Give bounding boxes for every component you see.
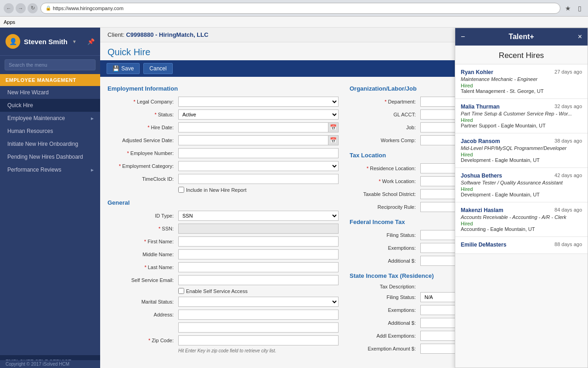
extensions-button[interactable]: ▯ [575,4,584,13]
hire-list-item[interactable]: Joshua Bethers 42 days ago Software Test… [455,168,588,202]
adjusted-service-date-label: Adjusted Service Date: [107,138,176,143]
sidebar-item-employee-maintenance[interactable]: Employee Maintenance ► [0,112,100,125]
hire-name: Emilie DeMasters [461,242,506,248]
middle-name-label: Middle Name: [107,252,176,257]
status-label: Status: [107,112,176,117]
hire-location: Development - Eagle Mountain, UT [461,157,582,163]
sidebar-search-input[interactable] [5,59,96,70]
address-bar[interactable]: 🔒 https://www.hiringcompany.com [40,3,560,14]
marital-status-select[interactable] [178,297,339,307]
content-area: Client: C9998880 - HiringMatch, LLC Quic… [100,28,588,368]
sidebar-item-quick-hire[interactable]: Quick Hire [0,99,100,112]
last-name-input[interactable] [178,262,339,272]
reload-button[interactable]: ↻ [28,3,38,13]
workers-comp-label: Workers Comp: [350,138,418,143]
include-new-hire-label: Include in New Hire Report [186,187,246,193]
calendar-icon-2[interactable]: 📅 [328,135,339,145]
bookmark-button[interactable]: ★ [563,4,572,13]
adjusted-date-input[interactable] [178,135,328,145]
hire-list-item[interactable]: Makenzi Haslam 84 days ago Accounts Rece… [455,202,588,237]
hire-days: 27 days ago [554,69,582,75]
forward-button[interactable]: → [16,3,26,13]
save-icon: 💾 [113,65,119,72]
gl-acct-label: GL ACCT: [350,112,418,117]
save-label: Save [121,65,134,72]
talent-close-button[interactable]: × [578,33,582,41]
ssn-input[interactable] [178,224,339,234]
enable-self-service-checkbox[interactable] [178,288,184,294]
hire-name: Jacob Ransom [461,138,500,144]
sidebar-item-label: Human Resources [7,128,53,134]
hire-location: Accounting - Eagle Mountain, UT [461,226,582,232]
browser-chrome: ← → ↻ 🔒 https://www.hiringcompany.com ★ … [0,0,588,17]
sidebar-user[interactable]: 👤 Steven Smith ▼ 📌 [0,28,100,56]
first-name-input[interactable] [178,236,339,247]
enable-self-service-label: Enable Self Service Access [186,288,248,294]
middle-name-group: Middle Name: [107,249,339,259]
hire-date-input[interactable]: 10/9/2017 [178,122,328,132]
self-service-email-input[interactable] [178,275,339,285]
marital-status-label: Marital Status: [107,299,176,305]
hire-list-item[interactable]: Emilie DeMasters 88 days ago [455,237,588,254]
hire-days: 88 days ago [554,242,582,247]
state-exemptions-input[interactable] [420,305,457,315]
employee-number-group: Employee Number: [107,148,339,158]
federal-exemptions-label: Exemptions: [350,245,418,251]
ssn-label: SSN: [107,226,176,231]
hire-list-item[interactable]: Jacob Ransom 38 days ago Mid-Level PHP/M… [455,133,588,168]
hire-date-calendar: 10/9/2017 📅 [178,122,339,132]
employee-number-input[interactable] [178,148,339,158]
form-left-column: Employment Information Legal Company: St… [107,83,339,360]
hire-days: 32 days ago [554,104,582,109]
user-avatar: 👤 [6,34,20,49]
enable-self-service-group: Enable Self Service Access [178,288,339,294]
timeclock-id-group: TimeClock ID: [107,174,339,184]
sidebar-item-pending-hires-dashboard[interactable]: Pending New Hires Dashboard [0,150,100,163]
cancel-button[interactable]: Cancel [143,63,172,74]
save-button[interactable]: 💾 Save [107,63,140,74]
hire-location: Development - Eagle Mountain, UT [461,192,582,197]
zip-code-label: Zip Code: [107,338,176,343]
talent-panel: − Talent+ × Recent Hires Ryan Kohler 27 … [455,28,588,368]
state-tax-description-label: Tax Description: [350,284,418,289]
back-button[interactable]: ← [4,3,14,13]
sidebar-section-header: EMPLOYEE MANAGEMENT [0,74,100,86]
residence-location-label: Residence Location: [350,166,418,171]
sidebar-item-performance-reviews[interactable]: Performance Reviews ► [0,163,100,176]
employment-category-select[interactable] [178,161,339,171]
talent-minimize-button[interactable]: − [461,33,465,41]
state-additional-input[interactable] [420,318,457,328]
include-new-hire-checkbox[interactable] [178,187,184,193]
hire-list-item[interactable]: Malia Thurman 32 days ago Part Time Setu… [455,99,588,133]
sidebar-item-initiate-onboarding[interactable]: Initiate New Hire Onboarding [0,138,100,150]
hire-name: Malia Thurman [461,104,500,110]
sidebar-item-new-hire-wizard[interactable]: New Hire Wizard [0,86,100,99]
id-type-select[interactable]: SSN [178,211,339,221]
sidebar-item-label: Pending New Hires Dashboard [7,154,83,160]
federal-exemptions-input[interactable] [420,243,457,253]
hire-name: Makenzi Haslam [461,207,503,213]
sidebar-item-label: Employee Maintenance [7,115,65,121]
status-select[interactable]: Active [178,109,339,120]
legal-company-select[interactable] [178,97,339,107]
address-input[interactable] [178,310,339,320]
hire-name: Ryan Kohler [461,69,493,75]
hire-list-item[interactable]: Ryan Kohler 27 days ago Maintenance Mech… [455,64,588,99]
middle-name-input[interactable] [178,249,339,259]
sidebar-item-human-resources[interactable]: Human Resources [0,125,100,138]
self-service-email-group: Self Service Email: [107,275,339,285]
hire-date-label: Hire Date: [107,125,176,130]
employment-category-group: Employment Category: [107,161,339,171]
talent-title: Talent+ [509,33,534,41]
employment-info-title: Employment Information [107,85,339,92]
general-section: General ID Type: SSN SSN: First Name: [107,199,339,353]
hire-status: Hired [461,221,582,226]
federal-additional-input[interactable] [420,256,457,266]
zip-code-input[interactable] [178,335,339,345]
hire-days: 84 days ago [554,207,582,213]
calendar-icon[interactable]: 📅 [328,122,339,132]
browser-actions: ★ ▯ [563,4,584,13]
timeclock-id-input[interactable] [178,174,339,184]
include-new-hire-group: Include in New Hire Report [178,187,339,193]
address-line2-input[interactable] [178,322,339,333]
